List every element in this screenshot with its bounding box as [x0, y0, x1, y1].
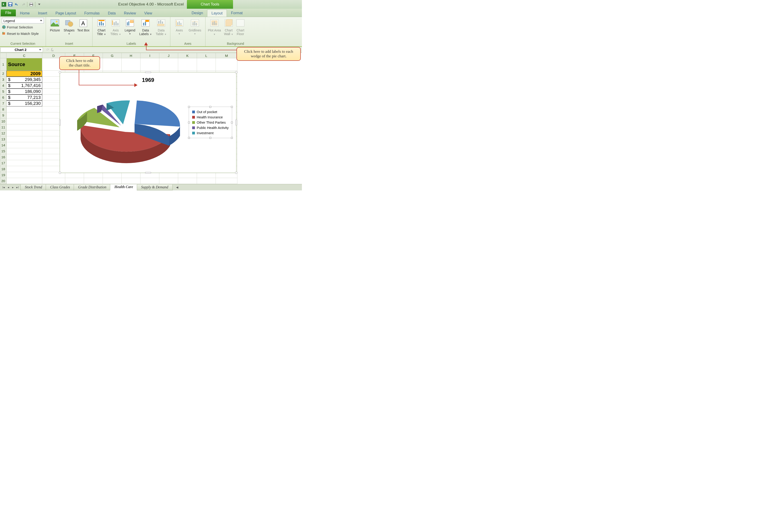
cell[interactable] [6, 118, 42, 124]
fx-icon[interactable]: fx [51, 48, 53, 52]
row-header[interactable]: 3 [0, 77, 6, 82]
tab-layout[interactable]: Layout [207, 9, 227, 17]
cell[interactable] [6, 148, 42, 154]
resize-handle[interactable] [231, 106, 233, 108]
gridlines-button[interactable]: Gridlines▼ [186, 18, 203, 42]
cell[interactable] [6, 136, 42, 142]
row-header[interactable]: 19 [0, 172, 6, 178]
resize-handle[interactable] [231, 121, 233, 123]
resize-handle[interactable] [235, 172, 237, 174]
resize-handle[interactable] [59, 71, 61, 73]
excel-icon[interactable]: X [1, 1, 7, 7]
tab-page-layout[interactable]: Page Layout [51, 10, 80, 17]
cell[interactable] [122, 58, 141, 71]
legend-item[interactable]: Health Insurance [192, 114, 229, 120]
tab-data[interactable]: Data [104, 10, 120, 17]
resize-handle[interactable] [235, 71, 237, 73]
tab-format[interactable]: Format [227, 9, 247, 17]
tab-design[interactable]: Design [187, 9, 207, 17]
row-header[interactable]: 7 [0, 100, 6, 106]
resize-handle[interactable] [59, 172, 61, 174]
cell[interactable] [122, 178, 141, 184]
data-labels-button[interactable]: Data Labels ▼ [137, 18, 154, 42]
axis-titles-button[interactable]: Axis Titles ▼ [109, 18, 123, 42]
cell[interactable]: $1,767,416 [6, 82, 42, 88]
cell[interactable] [6, 154, 42, 160]
cell[interactable] [178, 178, 197, 184]
cell[interactable]: $299,345 [6, 77, 42, 82]
cell[interactable] [42, 178, 65, 184]
tab-review[interactable]: Review [120, 10, 140, 17]
resize-handle[interactable] [145, 71, 151, 73]
cell[interactable] [103, 58, 122, 71]
column-header[interactable]: H [122, 53, 141, 58]
row-header[interactable]: 11 [0, 124, 6, 130]
sheet-nav[interactable]: I◂◂▸▸I [0, 186, 21, 189]
sheet-tab[interactable]: Health Care [110, 184, 137, 191]
cell[interactable] [6, 106, 42, 112]
chart-floor-button[interactable]: Chart Floor [236, 18, 245, 42]
qat-customize-icon[interactable] [36, 1, 42, 7]
legend-item[interactable]: Investment [192, 130, 229, 136]
row-header[interactable]: 1 [0, 58, 6, 71]
row-header[interactable]: 14 [0, 142, 6, 148]
cell[interactable] [197, 178, 216, 184]
cell[interactable] [65, 178, 84, 184]
embedded-chart[interactable]: 1969 [60, 72, 236, 173]
cell[interactable] [103, 178, 122, 184]
tab-view[interactable]: View [140, 10, 156, 17]
column-header[interactable]: G [103, 53, 122, 58]
cell[interactable]: Source [6, 58, 42, 71]
cell[interactable] [6, 124, 42, 130]
text-box-button[interactable]: AText Box [76, 18, 90, 42]
column-header[interactable]: M [216, 53, 237, 58]
cell[interactable]: $156,230 [6, 100, 42, 106]
chart-title-button[interactable]: Chart Title ▼ [94, 18, 109, 42]
cell[interactable] [6, 166, 42, 172]
cell[interactable] [216, 58, 237, 71]
resize-handle[interactable] [188, 137, 190, 139]
data-table-button[interactable]: Data Table ▼ [154, 18, 168, 42]
cell[interactable]: 2009 [6, 71, 42, 77]
row-header[interactable]: 12 [0, 130, 6, 136]
cell[interactable] [6, 160, 42, 166]
row-header[interactable]: 4 [0, 82, 6, 88]
row-header[interactable]: 17 [0, 160, 6, 166]
column-header[interactable]: C [6, 53, 42, 58]
cell[interactable] [141, 58, 159, 71]
legend-item[interactable]: Out of pocket [192, 109, 229, 114]
plot-area-button[interactable]: Plot Area ▼ [207, 18, 222, 42]
column-header[interactable]: J [159, 53, 178, 58]
file-tab[interactable]: File [1, 9, 16, 16]
shapes-button[interactable]: Shapes▼ [62, 18, 76, 42]
chart-title[interactable]: 1969 [142, 77, 154, 83]
chart-element-selector[interactable]: Legend [2, 18, 44, 23]
legend-button[interactable]: Legend▼ [123, 18, 137, 42]
chart-legend[interactable]: Out of pocketHealth InsuranceOther Third… [189, 107, 232, 138]
resize-handle[interactable] [188, 106, 190, 108]
resize-handle[interactable] [188, 121, 190, 123]
resize-handle[interactable] [59, 119, 61, 125]
tab-formulas[interactable]: Formulas [80, 10, 104, 17]
row-header[interactable]: 13 [0, 136, 6, 142]
cell[interactable] [6, 172, 42, 178]
save-icon[interactable] [7, 1, 13, 7]
cell[interactable] [197, 58, 216, 71]
cell[interactable]: $77,213 [6, 94, 42, 100]
row-header[interactable]: 5 [0, 88, 6, 94]
legend-item[interactable]: Other Third Parties [192, 120, 229, 125]
redo-icon[interactable] [20, 1, 26, 7]
undo-icon[interactable] [14, 1, 20, 7]
resize-handle[interactable] [235, 119, 237, 125]
cell[interactable] [178, 58, 197, 71]
resize-handle[interactable] [209, 137, 211, 139]
sheet-tab[interactable]: Class Grades [46, 185, 74, 191]
resize-handle[interactable] [231, 137, 233, 139]
row-header[interactable]: 6 [0, 94, 6, 100]
row-header[interactable]: 2 [0, 71, 6, 77]
axes-button[interactable]: Axes▼ [172, 18, 186, 42]
row-header[interactable]: 16 [0, 154, 6, 160]
row-header[interactable]: 9 [0, 112, 6, 118]
resize-handle[interactable] [145, 172, 151, 174]
name-box[interactable]: Chart 2 [0, 47, 43, 52]
